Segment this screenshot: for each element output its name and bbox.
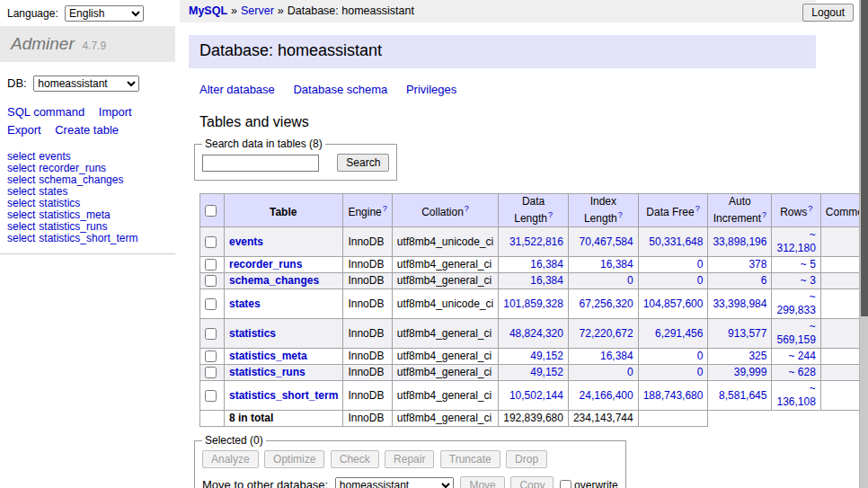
- breadcrumb-mysql-link[interactable]: MySQL: [189, 4, 227, 17]
- table-name-link[interactable]: statistics_runs: [39, 220, 107, 233]
- table-name-link[interactable]: statistics_meta: [39, 209, 110, 221]
- rows-count-link[interactable]: ~ 3: [801, 274, 816, 287]
- row-checkbox[interactable]: [205, 275, 217, 287]
- column-help-link[interactable]: ?: [695, 204, 700, 213]
- index-length-link[interactable]: 0: [627, 274, 633, 287]
- data-length-link[interactable]: 10,502,144: [509, 389, 563, 402]
- data-free-link[interactable]: 0: [697, 258, 704, 271]
- table-name-link[interactable]: states: [39, 185, 67, 198]
- privileges-link[interactable]: Privileges: [406, 83, 456, 96]
- auto-increment-link[interactable]: 8,581,645: [719, 389, 766, 402]
- column-help-link[interactable]: ?: [548, 210, 553, 219]
- table-name-link[interactable]: schema_changes: [39, 173, 123, 186]
- scrollbar-thumb[interactable]: [861, 0, 868, 316]
- data-length-link[interactable]: 16,384: [530, 274, 563, 287]
- select-all-checkbox[interactable]: [205, 205, 217, 217]
- data-length-link[interactable]: 16,384: [530, 258, 563, 271]
- sql-command-link[interactable]: SQL command: [7, 105, 84, 119]
- select-table-link[interactable]: select: [7, 209, 35, 221]
- breadcrumb-server-link[interactable]: Server: [241, 4, 274, 17]
- select-table-link[interactable]: select: [7, 232, 35, 244]
- create-table-link[interactable]: Create table: [55, 123, 119, 137]
- data-free-link[interactable]: 0: [697, 350, 704, 362]
- auto-increment-link[interactable]: 33,398,984: [713, 297, 766, 310]
- table-name-link[interactable]: statistics_meta: [229, 350, 307, 362]
- data-free-link[interactable]: 104,857,600: [643, 297, 704, 310]
- alter-database-link[interactable]: Alter database: [199, 83, 275, 96]
- drop-button[interactable]: Drop: [506, 450, 547, 468]
- rows-count-link[interactable]: ~ 5: [801, 258, 816, 271]
- select-table-link[interactable]: select: [7, 173, 35, 186]
- export-link[interactable]: Export: [7, 123, 41, 137]
- index-length-link[interactable]: 0: [627, 366, 633, 378]
- table-name-link[interactable]: states: [229, 297, 261, 310]
- auto-increment-link[interactable]: 378: [748, 258, 766, 271]
- auto-increment-link[interactable]: 33,898,196: [713, 235, 766, 248]
- row-checkbox[interactable]: [205, 367, 217, 378]
- analyze-button[interactable]: Analyze: [202, 450, 259, 468]
- language-select[interactable]: English: [65, 5, 144, 22]
- select-table-link[interactable]: select: [7, 162, 35, 174]
- index-length-link[interactable]: 67,256,320: [580, 297, 633, 310]
- import-link[interactable]: Import: [99, 105, 132, 119]
- search-input[interactable]: [202, 155, 319, 172]
- table-name-link[interactable]: schema_changes: [229, 274, 319, 287]
- overwrite-checkbox[interactable]: [560, 480, 571, 488]
- rows-count-link[interactable]: ~ 299,833: [776, 290, 815, 316]
- truncate-button[interactable]: Truncate: [440, 450, 500, 468]
- select-table-link[interactable]: select: [7, 220, 35, 233]
- rows-count-link[interactable]: ~ 136,108: [776, 382, 815, 408]
- rows-count-link[interactable]: ~ 569,159: [776, 320, 815, 346]
- vertical-scrollbar[interactable]: [859, 0, 868, 488]
- data-length-link[interactable]: 49,152: [530, 366, 563, 378]
- rows-count-link[interactable]: ~ 312,180: [776, 228, 815, 254]
- index-length-link[interactable]: 24,166,400: [580, 389, 633, 402]
- row-checkbox[interactable]: [205, 390, 217, 402]
- table-name-link[interactable]: events: [39, 150, 70, 163]
- move-database-select[interactable]: homeassistant: [335, 477, 454, 488]
- select-table-link[interactable]: select: [7, 197, 35, 209]
- check-button[interactable]: Check: [331, 450, 379, 468]
- search-button[interactable]: Search: [337, 154, 389, 172]
- row-checkbox[interactable]: [205, 259, 217, 271]
- index-length-link[interactable]: 16,384: [600, 350, 633, 362]
- row-checkbox[interactable]: [205, 236, 217, 248]
- column-help-link[interactable]: ?: [383, 204, 387, 213]
- data-length-link[interactable]: 49,152: [530, 350, 563, 362]
- db-select[interactable]: homeassistant: [33, 75, 139, 92]
- auto-increment-link[interactable]: 325: [748, 350, 766, 362]
- table-name-link[interactable]: statistics: [229, 327, 276, 340]
- auto-increment-link[interactable]: 6: [761, 274, 767, 287]
- row-checkbox[interactable]: [205, 350, 217, 362]
- table-name-link[interactable]: events: [229, 235, 263, 248]
- table-name-link[interactable]: recorder_runs: [39, 162, 106, 174]
- data-length-link[interactable]: 48,824,320: [509, 327, 563, 340]
- copy-button[interactable]: Copy: [510, 476, 554, 488]
- rows-count-link[interactable]: ~ 628: [788, 366, 815, 378]
- table-name-link[interactable]: statistics_short_term: [39, 232, 137, 244]
- table-name-link[interactable]: recorder_runs: [229, 258, 302, 271]
- rows-count-link[interactable]: ~ 244: [788, 350, 815, 362]
- column-help-link[interactable]: ?: [465, 204, 469, 213]
- data-free-link[interactable]: 0: [697, 274, 704, 287]
- select-table-link[interactable]: select: [7, 185, 35, 198]
- table-name-link[interactable]: statistics: [39, 197, 80, 209]
- data-free-link[interactable]: 50,331,648: [649, 235, 703, 248]
- database-schema-link[interactable]: Database schema: [293, 83, 387, 96]
- table-name-link[interactable]: statistics_short_term: [229, 389, 338, 402]
- select-table-link[interactable]: select: [7, 150, 35, 163]
- column-help-link[interactable]: ?: [808, 204, 812, 213]
- auto-increment-link[interactable]: 913,577: [728, 327, 766, 340]
- row-checkbox[interactable]: [205, 328, 217, 340]
- data-free-link[interactable]: 188,743,680: [643, 389, 704, 402]
- data-length-link[interactable]: 31,522,816: [509, 235, 563, 248]
- data-free-link[interactable]: 0: [697, 366, 704, 378]
- optimize-button[interactable]: Optimize: [264, 450, 324, 468]
- table-name-link[interactable]: statistics_runs: [229, 366, 306, 378]
- data-length-link[interactable]: 101,859,328: [503, 297, 563, 310]
- repair-button[interactable]: Repair: [385, 450, 434, 468]
- column-help-link[interactable]: ?: [762, 210, 766, 219]
- row-checkbox[interactable]: [205, 298, 217, 310]
- index-length-link[interactable]: 16,384: [600, 258, 633, 271]
- index-length-link[interactable]: 70,467,584: [580, 235, 633, 248]
